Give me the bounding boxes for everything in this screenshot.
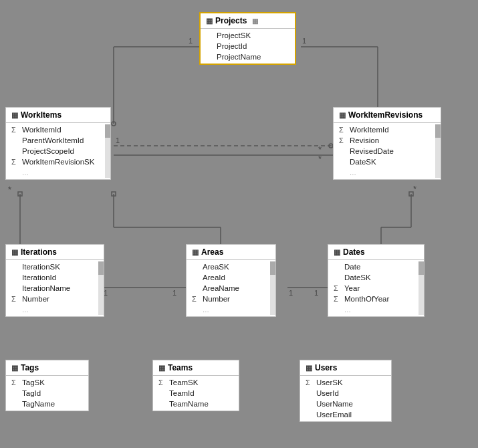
table-row: Σ TagSK — [6, 377, 88, 388]
workitems-title: WorkItems — [21, 110, 62, 120]
projects-expand-icon[interactable]: ▦ — [252, 17, 258, 25]
table-row: ... — [187, 304, 275, 315]
areas-title: Areas — [201, 247, 223, 257]
dates-header: ▦ Dates — [328, 245, 424, 260]
areas-body: AreaSK AreaId AreaName Σ Number ... — [187, 260, 275, 316]
workitems-body: Σ WorkItemId ParentWorkItemId ProjectSco… — [6, 123, 110, 179]
workitemrevisions-table-icon: ▦ — [339, 111, 346, 120]
svg-text:1: 1 — [289, 289, 293, 297]
workitems-table: ▦ WorkItems Σ WorkItemId ParentWorkItemI… — [5, 107, 111, 180]
table-row: ProjectScopeId — [6, 146, 110, 156]
table-row: Σ Number — [6, 294, 104, 304]
table-row: ... — [334, 167, 441, 178]
teams-title: Teams — [168, 363, 193, 372]
table-row: ProjectSK — [201, 30, 295, 41]
iterations-table: ▦ Iterations IterationSK IterationId Ite… — [5, 244, 104, 317]
teams-table: ▦ Teams Σ TeamSK TeamId TeamName — [152, 360, 239, 411]
table-row: RevisedDate — [334, 146, 441, 156]
workitemrevisions-body: Σ WorkItemId Σ Revision RevisedDate Date… — [334, 123, 441, 179]
workitems-header: ▦ WorkItems — [6, 108, 110, 123]
dates-title: Dates — [343, 247, 365, 257]
table-row: ... — [328, 304, 424, 315]
table-row: DateSK — [328, 272, 424, 283]
projects-table: ▦ Projects ▦ ProjectSK ProjectId Project… — [199, 12, 296, 65]
svg-text:*: * — [318, 144, 322, 154]
areas-table-icon: ▦ — [192, 248, 199, 257]
areas-table: ▦ Areas AreaSK AreaId AreaName Σ Number — [186, 244, 276, 317]
table-row: AreaSK — [187, 261, 275, 272]
table-row: Σ TeamSK — [153, 377, 239, 388]
svg-text:*: * — [413, 184, 416, 194]
table-row: AreaName — [187, 283, 275, 294]
tags-title: Tags — [21, 363, 39, 372]
table-row: TeamId — [153, 388, 239, 399]
projects-title: Projects — [215, 16, 247, 25]
teams-table-icon: ▦ — [158, 364, 165, 372]
svg-text:*: * — [318, 154, 322, 164]
table-row: TeamName — [153, 399, 239, 409]
table-row: Σ Revision — [334, 135, 441, 146]
tags-header: ▦ Tags — [6, 360, 88, 376]
users-header: ▦ Users — [300, 360, 391, 376]
table-row: DateSK — [334, 156, 441, 167]
table-row: UserEmail — [300, 409, 391, 420]
table-row: IterationSK — [6, 261, 104, 272]
iterations-body: IterationSK IterationId IterationName Σ … — [6, 260, 104, 316]
workitems-table-icon: ▦ — [11, 111, 18, 120]
table-row: IterationName — [6, 283, 104, 294]
svg-rect-32 — [409, 192, 413, 196]
workitemrevisions-scrollbar[interactable] — [435, 124, 441, 178]
users-body: Σ UserSK UserId UserName UserEmail — [300, 376, 391, 421]
svg-text:1: 1 — [302, 37, 306, 45]
table-row: UserId — [300, 388, 391, 399]
table-row: Σ WorkItemRevisionSK — [6, 156, 110, 167]
svg-text:1: 1 — [172, 289, 176, 297]
table-row: Σ Year — [328, 283, 424, 294]
iterations-header: ▦ Iterations — [6, 245, 104, 260]
svg-text:*: * — [8, 185, 11, 195]
iterations-scrollbar[interactable] — [98, 261, 104, 315]
svg-point-3 — [112, 122, 116, 126]
tags-table: ▦ Tags Σ TagSK TagId TagName — [5, 360, 89, 411]
teams-header: ▦ Teams — [153, 360, 239, 376]
table-row: ... — [6, 167, 110, 178]
tags-body: Σ TagSK TagId TagName — [6, 376, 88, 411]
table-row: TagName — [6, 399, 88, 409]
table-row: Σ Number — [187, 294, 275, 304]
users-table-icon: ▦ — [306, 364, 312, 372]
table-row: Date — [328, 261, 424, 272]
projects-table-icon: ▦ — [206, 17, 213, 25]
svg-text:1: 1 — [116, 136, 120, 144]
table-row: ... — [6, 304, 104, 315]
svg-rect-20 — [18, 192, 22, 196]
workitemrevisions-table: ▦ WorkItemRevisions Σ WorkItemId Σ Revis… — [333, 107, 441, 180]
table-row: AreaId — [187, 272, 275, 283]
workitemrevisions-header: ▦ WorkItemRevisions — [334, 108, 441, 123]
areas-header: ▦ Areas — [187, 245, 275, 260]
users-table: ▦ Users Σ UserSK UserId UserName UserEma… — [300, 360, 392, 422]
table-row: ProjectName — [201, 51, 295, 62]
dates-body: Date DateSK Σ Year Σ MonthOfYear ... — [328, 260, 424, 316]
table-row: ProjectId — [201, 41, 295, 51]
svg-rect-24 — [112, 192, 116, 196]
projects-header: ▦ Projects ▦ — [201, 13, 295, 29]
svg-text:1: 1 — [189, 37, 193, 45]
table-row: IterationId — [6, 272, 104, 283]
dates-scrollbar[interactable] — [419, 261, 424, 315]
areas-scrollbar[interactable] — [270, 261, 275, 315]
workitems-scrollbar[interactable] — [105, 124, 110, 178]
workitemrevisions-title: WorkItemRevisions — [348, 110, 423, 120]
teams-body: Σ TeamSK TeamId TeamName — [153, 376, 239, 411]
iterations-title: Iterations — [21, 247, 57, 257]
projects-body: ProjectSK ProjectId ProjectName — [201, 29, 295, 64]
tags-table-icon: ▦ — [11, 364, 18, 372]
dates-table-icon: ▦ — [334, 248, 340, 257]
dates-table: ▦ Dates Date DateSK Σ Year Σ MonthOfYear — [328, 244, 425, 317]
table-row: Σ MonthOfYear — [328, 294, 424, 304]
table-row: Σ WorkItemId — [6, 124, 110, 135]
table-row: ParentWorkItemId — [6, 135, 110, 146]
users-title: Users — [315, 363, 337, 372]
table-row: UserName — [300, 399, 391, 409]
table-row: Σ WorkItemId — [334, 124, 441, 135]
table-row: Σ UserSK — [300, 377, 391, 388]
